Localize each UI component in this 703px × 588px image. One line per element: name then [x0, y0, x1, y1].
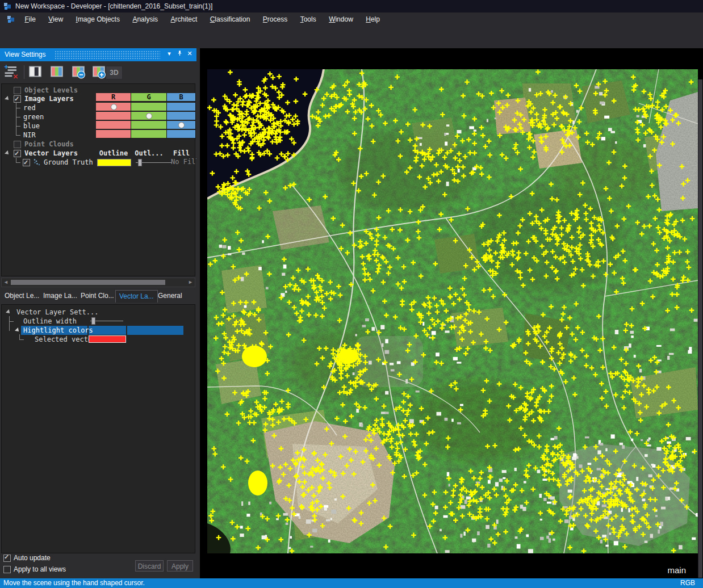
menu-process[interactable]: Process [258, 12, 292, 23]
ground-truth-outline-width-slider[interactable] [138, 159, 142, 166]
menu-window[interactable]: Window [324, 12, 358, 23]
highlight-colors-value-cell[interactable] [89, 326, 126, 335]
image-layers-expand-icon[interactable] [5, 96, 10, 102]
svg-text:✕: ✕ [13, 73, 19, 79]
menu-file[interactable]: File [19, 12, 40, 23]
apply-all-views-checkbox[interactable] [3, 566, 11, 573]
layer-mixing-tree: Object Levels Image Layers R G B red [1, 83, 195, 276]
column-header-outline: Outline [96, 149, 131, 158]
tab-image-layers[interactable]: Image La... [40, 290, 81, 302]
menu-architect[interactable]: Architect [166, 12, 203, 23]
outline-width-slider[interactable] [91, 317, 95, 325]
mix-cell-green-g[interactable] [131, 112, 167, 120]
menu-tools[interactable]: Tools [295, 12, 321, 23]
band-mix-dot [178, 122, 185, 128]
selected-vector-label[interactable]: Selected vector [35, 335, 96, 344]
layer-mix-minus-icon [70, 64, 86, 79]
panel-header[interactable]: View Settings ▾ ✕ [0, 48, 196, 61]
mix-cell-green-r[interactable] [96, 112, 131, 120]
tab-vector-layers[interactable]: Vector La... [115, 290, 158, 303]
highlight-colors-value-cell-2[interactable] [127, 326, 183, 335]
band-label-green[interactable]: green [23, 112, 44, 121]
auto-update-checkbox[interactable] [3, 555, 11, 562]
vector-layers-expand-icon[interactable] [5, 150, 10, 156]
discard-button[interactable]: Discard [135, 560, 164, 572]
view-settings-panel: View Settings ▾ ✕ +✕ 3D Object Levels [0, 48, 196, 578]
window-title: New Workspace - Developer - [chittenden_… [15, 2, 212, 10]
panel-pin-icon[interactable] [175, 50, 184, 57]
toggle-3d-button[interactable]: 3D [106, 66, 123, 79]
svg-text:+: + [4, 64, 8, 71]
apply-all-views-label[interactable]: Apply to all views [14, 565, 66, 573]
scroll-left-icon[interactable]: ◄ [3, 279, 9, 285]
panel-footer: Auto update Apply to all views Discard A… [0, 553, 196, 578]
mix-cell-blue-r[interactable] [96, 121, 131, 129]
tab-point-clouds[interactable]: Point Clo... [77, 290, 118, 302]
mix-cell-red-b[interactable] [167, 103, 196, 111]
status-message: Move the scene using the hand shaped cur… [3, 579, 145, 587]
viewer-pane-label: main [667, 565, 686, 575]
highlight-colors-label[interactable]: Hightlight colors [23, 326, 93, 335]
highlight-colors-row[interactable]: Hightlight colors [2, 326, 196, 335]
status-bar: Move the scene using the hand shaped cur… [0, 578, 703, 588]
vector-layers-label: Vector Layers [24, 149, 78, 158]
mix-three-layers-rgb-button[interactable] [49, 64, 66, 81]
vector-layers-checkbox[interactable] [14, 150, 21, 157]
mix-cell-blue-g[interactable] [131, 121, 167, 129]
tab-general-settings[interactable]: General S... [154, 290, 196, 302]
title-bar: New Workspace - Developer - [chittenden_… [0, 0, 703, 12]
band-label-red[interactable]: red [23, 103, 36, 112]
ground-truth-checkbox[interactable] [23, 159, 30, 166]
grayscale-view-icon [27, 64, 43, 79]
menu-bar: File View Image Objects Analysis Archite… [0, 12, 703, 27]
band-mix-dot [146, 113, 152, 119]
panel-menu-chevron-icon[interactable]: ▾ [165, 50, 174, 57]
main-toolbar: + + 7.33% ▾ main ▾ i i [0, 26, 703, 49]
menu-help[interactable]: Help [361, 12, 385, 23]
ground-truth-fill-value[interactable]: No Fill [171, 158, 200, 166]
mix-cell-green-b[interactable] [167, 112, 196, 120]
outline-width-label[interactable]: Outline width [23, 317, 77, 326]
scroll-right-icon[interactable]: ► [188, 279, 193, 285]
mix-cell-red-g[interactable] [131, 103, 167, 111]
mix-cell-nir-b[interactable] [167, 130, 196, 138]
panel-close-icon[interactable]: ✕ [185, 50, 194, 57]
settings-tabs: Object Le... Image La... Point Clo... Ve… [0, 289, 196, 304]
mix-cell-red-r[interactable] [96, 103, 131, 111]
ground-truth-label[interactable]: Ground Truth [44, 158, 93, 167]
ground-truth-outline-color-swatch[interactable] [97, 159, 131, 166]
menu-analysis[interactable]: Analysis [127, 12, 163, 23]
point-layer-icon [33, 158, 41, 166]
vector-settings-root-label[interactable]: Vector Layer Sett... [16, 308, 99, 317]
edit-level-list-button[interactable]: +✕ [3, 64, 20, 81]
mix-cell-nir-g[interactable] [131, 130, 167, 138]
layer-mix-plus-icon [91, 64, 107, 79]
vector-settings-expand-icon[interactable] [6, 309, 11, 315]
band-mix-dot [111, 104, 117, 110]
band-label-nir[interactable]: NIR [23, 131, 36, 140]
image-layers-checkbox[interactable] [14, 95, 21, 103]
scrollbar-thumb[interactable] [11, 280, 165, 285]
single-layer-grayscale-button[interactable] [27, 64, 44, 81]
map-viewer[interactable]: main [200, 48, 703, 578]
tab-object-levels[interactable]: Object Le... [1, 290, 43, 302]
horizontal-scrollbar[interactable]: ◄ ► [1, 278, 195, 287]
column-header-r: R [96, 93, 131, 102]
satellite-scene[interactable] [207, 69, 698, 553]
mix-cell-blue-b[interactable] [167, 121, 196, 129]
status-color-mode: RGB [680, 579, 695, 587]
decrease-layer-mixing-button[interactable] [70, 64, 87, 81]
column-header-b: B [167, 93, 196, 102]
object-levels-label: Object Levels [24, 86, 78, 95]
point-clouds-checkbox [14, 141, 21, 148]
menu-view[interactable]: View [43, 12, 68, 23]
menu-classification[interactable]: Classification [205, 12, 256, 23]
band-label-blue[interactable]: blue [23, 121, 40, 131]
apply-button[interactable]: Apply [167, 560, 193, 572]
panel-header-texture [55, 51, 160, 59]
selected-vector-color-swatch[interactable] [89, 335, 126, 343]
auto-update-label[interactable]: Auto update [14, 554, 51, 562]
menu-image-objects[interactable]: Image Objects [71, 12, 125, 23]
highlight-colors-expand-icon[interactable] [15, 327, 20, 333]
mix-cell-nir-r[interactable] [96, 130, 131, 138]
